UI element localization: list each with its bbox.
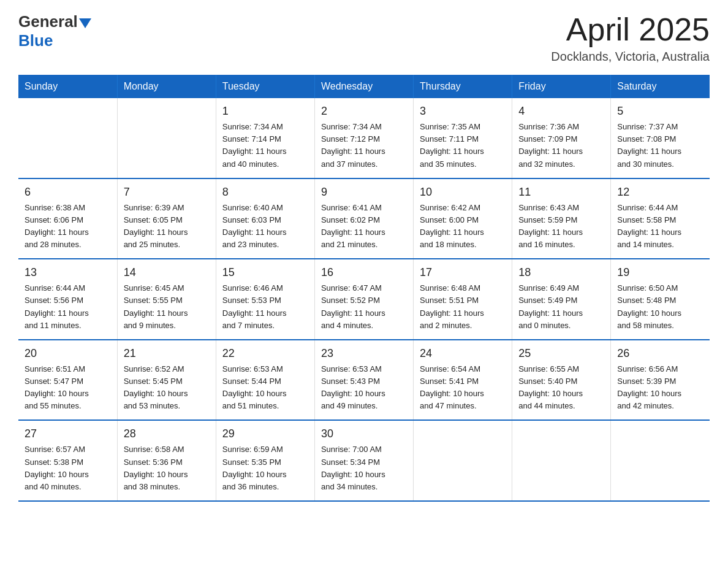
calendar-cell: 21Sunrise: 6:52 AM Sunset: 5:45 PM Dayli… (117, 340, 216, 421)
calendar-cell: 14Sunrise: 6:45 AM Sunset: 5:55 PM Dayli… (117, 259, 216, 340)
calendar-cell: 25Sunrise: 6:55 AM Sunset: 5:40 PM Dayli… (512, 340, 611, 421)
calendar-cell (414, 420, 512, 501)
day-number: 27 (25, 426, 111, 442)
day-number: 18 (518, 264, 604, 281)
day-number: 14 (124, 264, 210, 281)
calendar-cell: 1Sunrise: 7:34 AM Sunset: 7:14 PM Daylig… (216, 98, 314, 178)
calendar-table: SundayMondayTuesdayWednesdayThursdayFrid… (18, 75, 710, 502)
calendar-cell: 5Sunrise: 7:37 AM Sunset: 7:08 PM Daylig… (611, 98, 710, 178)
day-number: 17 (420, 264, 506, 281)
month-title: April 2025 (551, 12, 710, 47)
day-info: Sunrise: 6:47 AM Sunset: 5:52 PM Dayligh… (321, 282, 407, 332)
day-number: 8 (222, 184, 308, 201)
location-title: Docklands, Victoria, Australia (551, 50, 710, 64)
calendar-cell: 16Sunrise: 6:47 AM Sunset: 5:52 PM Dayli… (314, 259, 413, 340)
calendar-cell: 4Sunrise: 7:36 AM Sunset: 7:09 PM Daylig… (512, 98, 611, 178)
calendar-header-row: SundayMondayTuesdayWednesdayThursdayFrid… (18, 75, 710, 98)
calendar-cell: 6Sunrise: 6:38 AM Sunset: 6:06 PM Daylig… (18, 178, 117, 259)
day-number: 26 (617, 345, 703, 362)
calendar-cell (18, 98, 117, 178)
day-info: Sunrise: 6:52 AM Sunset: 5:45 PM Dayligh… (124, 363, 210, 413)
calendar-week-row: 13Sunrise: 6:44 AM Sunset: 5:56 PM Dayli… (18, 259, 710, 340)
day-info: Sunrise: 6:51 AM Sunset: 5:47 PM Dayligh… (25, 363, 111, 413)
calendar-cell (611, 420, 710, 501)
calendar-cell: 17Sunrise: 6:48 AM Sunset: 5:51 PM Dayli… (414, 259, 512, 340)
day-number: 10 (420, 184, 506, 201)
calendar-cell: 28Sunrise: 6:58 AM Sunset: 5:36 PM Dayli… (117, 420, 216, 501)
day-info: Sunrise: 6:45 AM Sunset: 5:55 PM Dayligh… (124, 282, 210, 332)
day-info: Sunrise: 6:40 AM Sunset: 6:03 PM Dayligh… (222, 202, 308, 251)
day-number: 13 (25, 264, 111, 281)
logo: General Blue (18, 12, 91, 50)
day-info: Sunrise: 6:48 AM Sunset: 5:51 PM Dayligh… (420, 282, 506, 332)
calendar-cell: 20Sunrise: 6:51 AM Sunset: 5:47 PM Dayli… (18, 340, 117, 421)
day-number: 9 (321, 184, 407, 201)
calendar-cell: 12Sunrise: 6:44 AM Sunset: 5:58 PM Dayli… (611, 178, 710, 259)
day-info: Sunrise: 6:38 AM Sunset: 6:06 PM Dayligh… (25, 202, 111, 251)
day-info: Sunrise: 6:44 AM Sunset: 5:58 PM Dayligh… (617, 202, 703, 251)
page-header: General Blue April 2025 Docklands, Victo… (18, 12, 710, 64)
day-number: 29 (222, 426, 308, 442)
day-number: 2 (321, 103, 407, 120)
day-info: Sunrise: 6:43 AM Sunset: 5:59 PM Dayligh… (518, 202, 604, 251)
day-number: 21 (124, 345, 210, 362)
calendar-cell: 8Sunrise: 6:40 AM Sunset: 6:03 PM Daylig… (216, 178, 314, 259)
calendar-cell: 24Sunrise: 6:54 AM Sunset: 5:41 PM Dayli… (414, 340, 512, 421)
day-number: 6 (25, 184, 111, 201)
calendar-cell: 27Sunrise: 6:57 AM Sunset: 5:38 PM Dayli… (18, 420, 117, 501)
day-header-thursday: Thursday (414, 75, 512, 98)
day-info: Sunrise: 6:53 AM Sunset: 5:43 PM Dayligh… (321, 363, 407, 413)
day-number: 1 (222, 103, 308, 120)
day-number: 12 (617, 184, 703, 201)
calendar-cell (512, 420, 611, 501)
day-number: 28 (124, 426, 210, 442)
day-info: Sunrise: 6:58 AM Sunset: 5:36 PM Dayligh… (124, 443, 210, 493)
calendar-cell: 11Sunrise: 6:43 AM Sunset: 5:59 PM Dayli… (512, 178, 611, 259)
day-info: Sunrise: 7:00 AM Sunset: 5:34 PM Dayligh… (321, 443, 407, 493)
calendar-cell: 22Sunrise: 6:53 AM Sunset: 5:44 PM Dayli… (216, 340, 314, 421)
calendar-cell: 2Sunrise: 7:34 AM Sunset: 7:12 PM Daylig… (314, 98, 413, 178)
day-info: Sunrise: 6:42 AM Sunset: 6:00 PM Dayligh… (420, 202, 506, 251)
day-number: 30 (321, 426, 407, 442)
calendar-cell: 26Sunrise: 6:56 AM Sunset: 5:39 PM Dayli… (611, 340, 710, 421)
day-number: 3 (420, 103, 506, 120)
day-info: Sunrise: 6:53 AM Sunset: 5:44 PM Dayligh… (222, 363, 308, 413)
calendar-cell: 23Sunrise: 6:53 AM Sunset: 5:43 PM Dayli… (314, 340, 413, 421)
day-number: 16 (321, 264, 407, 281)
day-number: 5 (617, 103, 703, 120)
calendar-cell: 10Sunrise: 6:42 AM Sunset: 6:00 PM Dayli… (414, 178, 512, 259)
day-number: 15 (222, 264, 308, 281)
calendar-cell: 3Sunrise: 7:35 AM Sunset: 7:11 PM Daylig… (414, 98, 512, 178)
calendar-week-row: 27Sunrise: 6:57 AM Sunset: 5:38 PM Dayli… (18, 420, 710, 501)
calendar-week-row: 6Sunrise: 6:38 AM Sunset: 6:06 PM Daylig… (18, 178, 710, 259)
calendar-cell: 7Sunrise: 6:39 AM Sunset: 6:05 PM Daylig… (117, 178, 216, 259)
day-info: Sunrise: 6:55 AM Sunset: 5:40 PM Dayligh… (518, 363, 604, 413)
day-info: Sunrise: 7:34 AM Sunset: 7:14 PM Dayligh… (222, 121, 308, 170)
day-info: Sunrise: 6:46 AM Sunset: 5:53 PM Dayligh… (222, 282, 308, 332)
day-info: Sunrise: 7:36 AM Sunset: 7:09 PM Dayligh… (518, 121, 604, 170)
calendar-cell: 30Sunrise: 7:00 AM Sunset: 5:34 PM Dayli… (314, 420, 413, 501)
day-header-sunday: Sunday (18, 75, 117, 98)
day-header-friday: Friday (512, 75, 611, 98)
day-info: Sunrise: 6:44 AM Sunset: 5:56 PM Dayligh… (25, 282, 111, 332)
day-info: Sunrise: 7:34 AM Sunset: 7:12 PM Dayligh… (321, 121, 407, 170)
day-info: Sunrise: 6:56 AM Sunset: 5:39 PM Dayligh… (617, 363, 703, 413)
calendar-cell: 13Sunrise: 6:44 AM Sunset: 5:56 PM Dayli… (18, 259, 117, 340)
calendar-cell: 15Sunrise: 6:46 AM Sunset: 5:53 PM Dayli… (216, 259, 314, 340)
day-number: 22 (222, 345, 308, 362)
day-header-wednesday: Wednesday (314, 75, 413, 98)
day-number: 23 (321, 345, 407, 362)
day-info: Sunrise: 6:39 AM Sunset: 6:05 PM Dayligh… (124, 202, 210, 251)
calendar-cell: 29Sunrise: 6:59 AM Sunset: 5:35 PM Dayli… (216, 420, 314, 501)
calendar-cell (117, 98, 216, 178)
title-block: April 2025 Docklands, Victoria, Australi… (551, 12, 710, 64)
day-header-tuesday: Tuesday (216, 75, 314, 98)
day-info: Sunrise: 6:54 AM Sunset: 5:41 PM Dayligh… (420, 363, 506, 413)
calendar-week-row: 20Sunrise: 6:51 AM Sunset: 5:47 PM Dayli… (18, 340, 710, 421)
day-info: Sunrise: 7:35 AM Sunset: 7:11 PM Dayligh… (420, 121, 506, 170)
day-number: 7 (124, 184, 210, 201)
calendar-week-row: 1Sunrise: 7:34 AM Sunset: 7:14 PM Daylig… (18, 98, 710, 178)
calendar-cell: 9Sunrise: 6:41 AM Sunset: 6:02 PM Daylig… (314, 178, 413, 259)
day-number: 4 (518, 103, 604, 120)
logo-blue-text: Blue (18, 31, 91, 50)
